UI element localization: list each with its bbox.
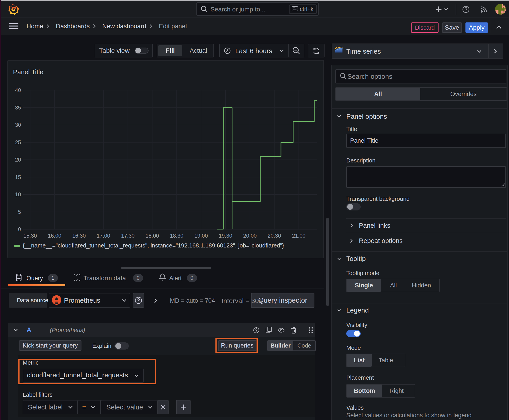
svg-text:20:30: 20:30 — [267, 233, 281, 239]
svg-text:16:00: 16:00 — [48, 233, 61, 239]
svg-text:0: 0 — [18, 226, 21, 232]
svg-text:18:30: 18:30 — [170, 233, 183, 239]
svg-text:21:00: 21:00 — [292, 233, 305, 239]
svg-text:15:30: 15:30 — [23, 233, 37, 239]
svg-text:25: 25 — [15, 139, 21, 145]
svg-text:19:00: 19:00 — [194, 233, 208, 239]
svg-text:19:30: 19:30 — [219, 233, 232, 239]
svg-text:17:30: 17:30 — [121, 233, 135, 239]
svg-text:5: 5 — [18, 209, 21, 215]
svg-text:40: 40 — [15, 87, 21, 93]
svg-text:15: 15 — [15, 174, 21, 180]
svg-text:30: 30 — [15, 122, 21, 128]
svg-text:17:00: 17:00 — [97, 233, 110, 239]
svg-text:20:00: 20:00 — [243, 233, 257, 239]
svg-text:35: 35 — [15, 105, 21, 111]
svg-text:{__name__="cloudflared_tunnel_: {__name__="cloudflared_tunnel_total_requ… — [23, 242, 284, 249]
svg-text:18:00: 18:00 — [145, 233, 159, 239]
svg-text:16:30: 16:30 — [72, 233, 86, 239]
svg-text:10: 10 — [15, 191, 21, 197]
svg-text:20: 20 — [15, 157, 21, 163]
